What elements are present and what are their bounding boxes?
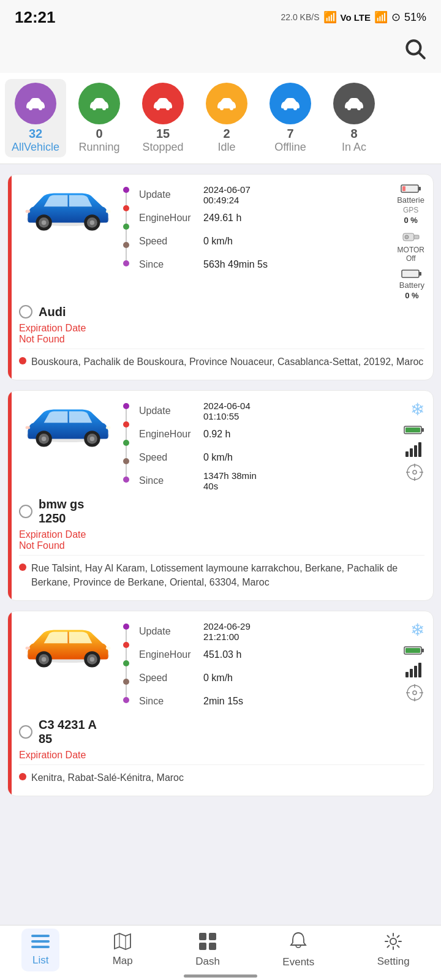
all-vehicle-label: AllVehicle [12,141,59,154]
vehicle-select-radio-c3[interactable] [19,725,32,739]
network-speed: 22.0 KB/S [281,12,319,22]
battery-full-item-c3 [404,645,424,656]
svg-point-9 [230,107,233,110]
vehicle-select-radio-bmw[interactable] [19,505,32,518]
update-entry: Update 2024-06-0700:49:24 [139,183,268,206]
setting-icon [384,932,402,953]
svg-rect-68 [405,672,409,677]
svg-rect-84 [209,933,216,940]
svg-rect-67 [405,648,420,653]
nav-list-label: List [32,954,48,967]
vehicle-list: Update 2024-06-0700:49:24 EngineHour 249… [0,164,441,858]
lte-icon: Vo LTE [341,12,371,23]
details-values-bmw: Update 2024-06-0401:10:55 EngineHour 0.9… [139,399,257,492]
events-icon [290,932,307,954]
speed-value: 0 km/h [203,236,233,247]
battery-icon: ⊙ [391,10,401,24]
svg-point-6 [156,107,160,110]
idle-count: 2 [223,127,230,141]
nav-list[interactable]: List [21,929,59,971]
nav-setting[interactable]: Setting [368,927,420,973]
dot-engine [123,205,129,211]
motor-status: MOTOROff [398,246,424,263]
inac-count: 8 [350,127,357,141]
svg-point-73 [413,691,417,695]
since-label: Since [139,259,203,270]
card-accent-c3 [8,611,12,796]
svg-point-10 [284,107,287,110]
details-values-c3: Update 2024-06-2921:21:00 EngineHour 451… [139,620,251,713]
svg-rect-44 [405,428,420,432]
snowflake-item: ❄ [410,399,424,420]
vehicle-select-radio-audi[interactable] [19,305,32,318]
signal-full-item-c3 [405,661,424,678]
battery-label: Battery [399,281,424,290]
svg-rect-48 [418,442,421,457]
map-icon [113,933,132,952]
svg-point-59 [42,657,47,662]
svg-rect-66 [421,649,424,652]
crosshair-item [405,462,424,482]
tab-all-vehicle[interactable]: 32 AllVehicle [5,79,66,157]
signal-icon: 📶 [374,10,388,24]
svg-point-50 [413,470,417,474]
search-button[interactable] [403,37,426,66]
idle-label: Idle [217,141,235,154]
vehicle-name-row-c3: C3 4231 A85 [19,718,424,746]
svg-rect-78 [31,935,50,937]
battery-full-item [404,424,424,435]
battery-item: Battery 0 % [399,268,424,300]
svg-point-5 [102,107,106,110]
signal-full-item [405,440,424,458]
svg-point-18 [42,221,47,225]
running-label: Running [78,141,119,154]
timeline-dots-bmw [123,399,129,492]
nav-setting-label: Setting [377,956,410,968]
svg-point-8 [220,107,224,110]
svg-point-39 [90,437,95,442]
svg-rect-40 [106,426,111,429]
nav-events[interactable]: Events [273,927,324,973]
svg-rect-25 [418,187,421,190]
svg-rect-28 [414,235,419,239]
svg-point-36 [42,437,47,442]
batterie-label: Batterie [397,195,424,205]
timeline-dots-audi [123,183,129,276]
batterie-gps-value: 0 % [404,216,417,225]
offline-count: 7 [287,127,293,141]
svg-point-12 [347,107,351,110]
list-icon [31,933,50,952]
tab-offline[interactable]: 7 Offline [260,79,321,157]
svg-point-87 [390,938,396,944]
dash-icon [198,932,217,953]
nav-dash[interactable]: Dash [186,927,230,973]
vehicle-name-row-audi: Audi [19,305,424,319]
vehicle-name-c3: C3 4231 A85 [39,718,97,746]
update-value: 2024-06-0700:49:24 [203,184,251,205]
svg-point-13 [357,107,361,110]
wifi-icon: 📶 [323,10,337,24]
nav-map[interactable]: Map [103,928,143,972]
enginehour-label: EngineHour [139,213,203,224]
status-icons: 22.0 KB/S 📶 Vo LTE 📶 ⊙ 51% [281,10,426,24]
dot-speed [123,224,129,230]
address-row-audi: Bouskoura, Pachalik de Bouskoura, Provin… [19,349,424,371]
tab-stopped[interactable]: 15 Stopped [132,79,194,157]
tab-idle[interactable]: 2 Idle [196,79,257,157]
svg-point-21 [90,221,95,225]
snowflake-item-c3: ❄ [410,620,424,640]
status-bar: 12:21 22.0 KB/S 📶 Vo LTE 📶 ⊙ 51% [0,0,441,32]
svg-rect-31 [419,272,421,276]
svg-rect-43 [421,428,424,432]
address-row-c3: Kenitra, Rabat-Salé-Kénitra, Maroc [19,764,424,787]
svg-rect-64 [26,647,31,650]
card-right-c3: ❄ [369,620,424,703]
svg-rect-41 [26,426,31,429]
tab-in-ac[interactable]: 8 In Ac [323,79,385,157]
svg-rect-47 [414,445,417,457]
svg-point-11 [293,107,297,110]
expiry-text-bmw: Expiration DateNot Found [19,529,424,551]
tab-running[interactable]: 0 Running [69,79,130,157]
search-bar [0,32,441,73]
vehicle-name-row-bmw: bmw gs1250 [19,497,424,526]
